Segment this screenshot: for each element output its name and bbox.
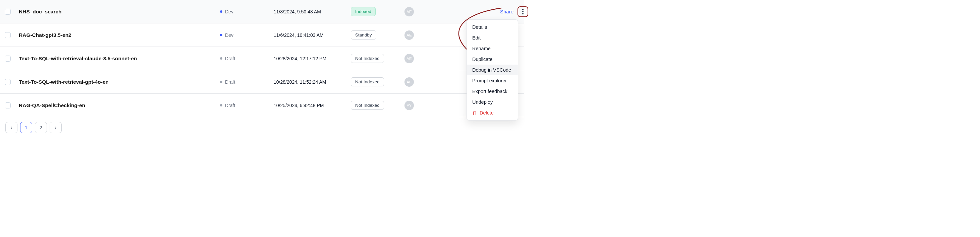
row-status: Draft [220, 79, 274, 85]
trash-icon [472, 111, 477, 115]
dropdown-item-rename[interactable]: Rename [467, 43, 518, 54]
row-name[interactable]: RAG-Chat-gpt3.5-en2 [19, 32, 220, 38]
status-badge: Indexed [351, 7, 375, 16]
dropdown-item-debug-in-vscode[interactable]: Debug in VSCode [467, 65, 518, 75]
dropdown-item-undeploy[interactable]: Undeploy [467, 97, 518, 107]
status-dot-icon [220, 34, 222, 36]
row-badge-cell: Indexed [351, 7, 404, 16]
dropdown-item-label: Duplicate [472, 57, 492, 62]
avatar: AE [404, 54, 414, 63]
chevron-right-icon: › [55, 125, 56, 131]
dropdown-item-label: Delete [480, 110, 494, 115]
row-status-label: Draft [225, 79, 235, 85]
row-status: Dev [220, 32, 274, 38]
row-badge-cell: Not Indexed [351, 77, 404, 86]
table-wrapper: NHS_doc_searchDev11/8/2024, 9:50:48 AMIn… [0, 0, 524, 133]
row-name[interactable]: Text-To-SQL-with-retrieval-gpt-4o-en [19, 79, 220, 85]
status-badge: Not Indexed [351, 54, 384, 63]
status-badge: Not Indexed [351, 101, 384, 110]
row-name[interactable]: Text-To-SQL-with-retrieval-claude-3.5-so… [19, 55, 220, 62]
status-dot-icon [220, 104, 222, 106]
pagination-prev[interactable]: ‹ [5, 122, 18, 133]
status-dot-icon [220, 57, 222, 60]
dropdown-item-details[interactable]: Details [467, 22, 518, 32]
pagination-page-1[interactable]: 1 [20, 122, 32, 133]
status-badge: Not Indexed [351, 77, 384, 86]
dropdown-item-label: Prompt explorer [472, 78, 507, 83]
row-date: 10/28/2024, 12:17:12 PM [274, 56, 351, 61]
row-checkbox[interactable] [5, 55, 11, 62]
row-status: Dev [220, 9, 274, 14]
dropdown-item-label: Export feedback [472, 89, 508, 94]
pagination-next[interactable]: › [49, 122, 62, 133]
row-date: 10/25/2024, 6:42:48 PM [274, 103, 351, 108]
more-vertical-icon [522, 9, 523, 14]
dropdown-item-export-feedback[interactable]: Export feedback [467, 86, 518, 97]
share-link[interactable]: Share [500, 9, 514, 14]
dropdown-item-label: Debug in VSCode [472, 67, 511, 73]
row-checkbox-cell [5, 9, 19, 15]
row-date: 10/28/2024, 11:52:24 AM [274, 79, 351, 85]
table-row[interactable]: Text-To-SQL-with-retrieval-claude-3.5-so… [0, 47, 524, 70]
row-badge-cell: Not Indexed [351, 101, 404, 110]
pagination-page-2[interactable]: 2 [35, 122, 47, 133]
dropdown-item-prompt-explorer[interactable]: Prompt explorer [467, 75, 518, 86]
row-share-cell: Share [492, 9, 514, 14]
pagination-pages: 12 [20, 122, 47, 133]
pagination: ‹ 12 › [0, 117, 524, 133]
chevron-left-icon: ‹ [10, 125, 12, 131]
row-status: Draft [220, 56, 274, 61]
dropdown-item-label: Undeploy [472, 100, 493, 105]
more-actions-button[interactable] [517, 6, 528, 17]
row-checkbox-cell [5, 103, 19, 109]
row-status-label: Dev [225, 32, 234, 38]
row-status-label: Dev [225, 9, 234, 14]
dropdown-item-edit[interactable]: Edit [467, 32, 518, 43]
table-row[interactable]: NHS_doc_searchDev11/8/2024, 9:50:48 AMIn… [0, 0, 524, 24]
table-row[interactable]: Text-To-SQL-with-retrieval-gpt-4o-enDraf… [0, 70, 524, 94]
row-date: 11/8/2024, 9:50:48 AM [274, 9, 351, 14]
avatar: AE [404, 77, 414, 87]
row-status: Draft [220, 103, 274, 108]
row-status-label: Draft [225, 56, 235, 61]
avatar: AY [404, 101, 414, 110]
avatar: AE [404, 7, 414, 16]
row-status-label: Draft [225, 103, 235, 108]
row-name[interactable]: NHS_doc_search [19, 9, 220, 15]
row-menu-cell [514, 6, 528, 17]
dropdown-item-label: Rename [472, 46, 491, 51]
row-checkbox-cell [5, 55, 19, 62]
dropdown-item-duplicate[interactable]: Duplicate [467, 54, 518, 65]
table-row[interactable]: RAG-QA-SpellChecking-enDraft10/25/2024, … [0, 94, 524, 117]
row-checkbox-cell [5, 79, 19, 85]
row-checkbox-cell [5, 32, 19, 38]
row-checkbox[interactable] [5, 9, 11, 15]
dropdown-item-delete[interactable]: Delete [467, 107, 518, 118]
status-dot-icon [220, 10, 222, 13]
row-avatar-cell: AE [404, 7, 492, 16]
row-date: 11/6/2024, 10:41:03 AM [274, 32, 351, 38]
row-badge-cell: Standby [351, 30, 404, 40]
status-badge: Standby [351, 30, 376, 40]
row-name[interactable]: RAG-QA-SpellChecking-en [19, 103, 220, 109]
dropdown-item-label: Edit [472, 35, 480, 41]
projects-table: NHS_doc_searchDev11/8/2024, 9:50:48 AMIn… [0, 0, 524, 117]
avatar: AE [404, 30, 414, 40]
row-actions-dropdown: DetailsEditRenameDuplicateDebug in VSCod… [466, 19, 518, 120]
row-badge-cell: Not Indexed [351, 54, 404, 63]
row-checkbox[interactable] [5, 103, 11, 109]
row-checkbox[interactable] [5, 32, 11, 38]
row-checkbox[interactable] [5, 79, 11, 85]
status-dot-icon [220, 81, 222, 83]
dropdown-item-label: Details [472, 24, 487, 30]
table-row[interactable]: RAG-Chat-gpt3.5-en2Dev11/6/2024, 10:41:0… [0, 24, 524, 47]
